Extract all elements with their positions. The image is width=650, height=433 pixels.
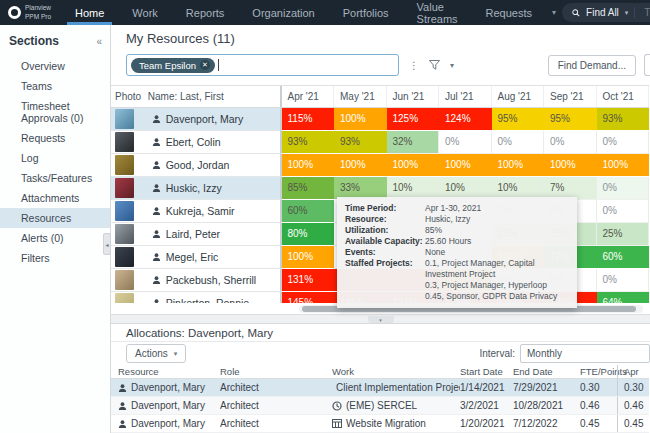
global-search[interactable]: Find All ▾ Type Keyword, ID, or Name: [562, 3, 650, 22]
utilization-cell[interactable]: 100%: [492, 154, 545, 177]
resource-name-cell[interactable]: Huskic, Izzy: [144, 177, 282, 200]
search-scope-selector[interactable]: Find All: [586, 7, 619, 18]
utilization-cell[interactable]: 95%: [492, 108, 545, 131]
resource-row[interactable]: Ebert, Colin93%93%32%0%0%0%0%: [111, 131, 649, 154]
utilization-cell[interactable]: 93%: [282, 131, 335, 154]
resource-name-cell[interactable]: Good, Jordan: [144, 154, 282, 177]
sidebar-item-teams[interactable]: Teams: [0, 76, 110, 96]
utilization-cell[interactable]: 100%: [544, 154, 597, 177]
utilization-cell[interactable]: 0%: [439, 131, 492, 154]
sidebar-item-timesheet-approvals-[interactable]: Timesheet Approvals (0): [0, 96, 110, 128]
utilization-cell[interactable]: 100%: [282, 154, 335, 177]
utilization-cell[interactable]: 100%: [439, 154, 492, 177]
sidebar-item-log[interactable]: Log: [0, 148, 110, 168]
allocation-role-cell: Architect: [220, 400, 332, 411]
sidebar-item-requests[interactable]: Requests: [0, 128, 110, 148]
sidebar-item-tasks-features[interactable]: Tasks/Features: [0, 168, 110, 188]
filter-input[interactable]: Team Epsilon ✕: [126, 54, 399, 76]
sidebar-collapse-handle[interactable]: ◂: [103, 233, 111, 255]
sidebar-item-resources[interactable]: Resources: [0, 208, 110, 228]
panel-splitter[interactable]: ▾: [111, 314, 650, 324]
resource-name-cell[interactable]: Pinkerton, Ronnie: [144, 292, 282, 303]
page-title: My Resources (11): [126, 31, 235, 46]
utilization-cell[interactable]: 0%: [597, 131, 650, 154]
utilization-cell[interactable]: 131%: [282, 269, 335, 292]
grid-column-header: Oct '21: [597, 86, 650, 107]
resource-name-cell[interactable]: Packebush, Sherrill: [144, 269, 282, 292]
sidebar-collapse-icon[interactable]: «: [96, 36, 102, 47]
actions-button[interactable]: Actions ▾: [126, 344, 186, 363]
utilization-cell[interactable]: 0%: [492, 131, 545, 154]
utilization-cell[interactable]: 60%: [282, 200, 335, 223]
resource-row[interactable]: Good, Jordan100%100%100%100%100%100%100%: [111, 154, 649, 177]
utilization-cell[interactable]: 93%: [597, 108, 650, 131]
search-input[interactable]: Type Keyword, ID, or Name: [634, 7, 650, 18]
utilization-cell[interactable]: 0%: [597, 200, 650, 223]
sidebar-item-alerts-[interactable]: Alerts (0): [0, 228, 110, 248]
nav-item-value-streams[interactable]: Value Streams: [403, 0, 472, 25]
allocations-column-header: Role: [220, 366, 332, 377]
nav-item-requests[interactable]: Requests: [472, 0, 546, 25]
sidebar-item-overview[interactable]: Overview: [0, 56, 110, 76]
utilization-cell[interactable]: 145%: [282, 292, 335, 303]
utilization-cell[interactable]: 100%: [597, 154, 650, 177]
allocation-work-name: (EME) SERCEL: [346, 400, 417, 411]
find-demand-button[interactable]: Find Demand...: [548, 55, 636, 76]
nav-item-portfolios[interactable]: Portfolios: [329, 0, 403, 25]
search-scope-caret-icon[interactable]: ▾: [625, 9, 629, 17]
utilization-cell[interactable]: 115%: [282, 108, 335, 131]
resource-row[interactable]: Davenport, Mary115%100%125%124%95%95%93%: [111, 108, 649, 131]
resource-name-cell[interactable]: Kukreja, Samir: [144, 200, 282, 223]
utilization-cell[interactable]: 64%: [597, 292, 650, 303]
resource-name-cell[interactable]: Ebert, Colin: [144, 131, 282, 154]
photo-cell: [111, 154, 144, 177]
utilization-cell[interactable]: 100%: [334, 154, 387, 177]
utilization-cell[interactable]: 80%: [282, 223, 335, 246]
sidebar-item-attachments[interactable]: Attachments: [0, 188, 110, 208]
allocation-row[interactable]: Davenport, MaryArchitectClient Implement…: [111, 379, 649, 397]
resource-photo: [115, 201, 134, 221]
splitter-collapse-handle[interactable]: ▾: [368, 316, 394, 323]
resource-name-cell[interactable]: Laird, Peter: [144, 223, 282, 246]
allocation-work-cell[interactable]: Website Migration: [332, 418, 460, 429]
photo-cell: [111, 246, 144, 269]
nav-item-organization[interactable]: Organization: [238, 0, 328, 25]
filter-caret-icon[interactable]: ▾: [450, 61, 454, 70]
utilization-cell[interactable]: 85%: [282, 177, 335, 200]
resource-name-cell[interactable]: Davenport, Mary: [144, 108, 282, 131]
utilization-cell[interactable]: 60%: [597, 246, 650, 269]
allocation-row[interactable]: Davenport, MaryArchitect(EME) SERCEL3/2/…: [111, 397, 649, 415]
utilization-cell[interactable]: 125%: [387, 108, 440, 131]
nav-item-home[interactable]: Home: [61, 0, 118, 25]
utilization-cell[interactable]: 100%: [282, 246, 335, 269]
utilization-cell[interactable]: 0%: [597, 177, 650, 200]
utilization-cell[interactable]: 32%: [387, 131, 440, 154]
sidebar-item-filters[interactable]: Filters: [0, 248, 110, 268]
utilization-cell[interactable]: 100%: [387, 154, 440, 177]
utilization-cell[interactable]: 93%: [334, 131, 387, 154]
resource-name: Huskic, Izzy: [166, 182, 222, 194]
resource-name-cell[interactable]: Megel, Eric: [144, 246, 282, 269]
resource-name: Kukreja, Samir: [166, 205, 235, 217]
allocation-work-name: Website Migration: [346, 418, 426, 429]
utilization-cell[interactable]: 124%: [439, 108, 492, 131]
utilization-cell[interactable]: 0%: [597, 269, 650, 292]
nav-item-reports[interactable]: Reports: [172, 0, 239, 25]
utilization-cell[interactable]: 100%: [334, 108, 387, 131]
allocation-row[interactable]: Davenport, MaryArchitectWebsite Migratio…: [111, 415, 649, 433]
nav-more-caret-icon[interactable]: ▾: [546, 0, 562, 25]
interval-select[interactable]: Monthly: [520, 344, 650, 363]
chip-remove-icon[interactable]: ✕: [200, 60, 210, 70]
filter-chip[interactable]: Team Epsilon ✕: [131, 58, 215, 73]
utilization-cell[interactable]: 0%: [544, 131, 597, 154]
grid-column-header: Apr '21: [282, 86, 335, 107]
kebab-menu-icon[interactable]: ⋮: [409, 60, 419, 71]
planview-logo[interactable]: Planview PPM Pro: [0, 0, 61, 25]
allocation-work-cell[interactable]: (EME) SERCEL: [332, 400, 460, 411]
partial-button[interactable]: [644, 54, 650, 76]
nav-item-work[interactable]: Work: [118, 0, 171, 25]
allocation-work-cell[interactable]: Client Implementation Project: [332, 382, 460, 393]
filter-funnel-icon[interactable]: [429, 60, 440, 70]
utilization-cell[interactable]: 95%: [544, 108, 597, 131]
utilization-cell[interactable]: 25%: [597, 223, 650, 246]
